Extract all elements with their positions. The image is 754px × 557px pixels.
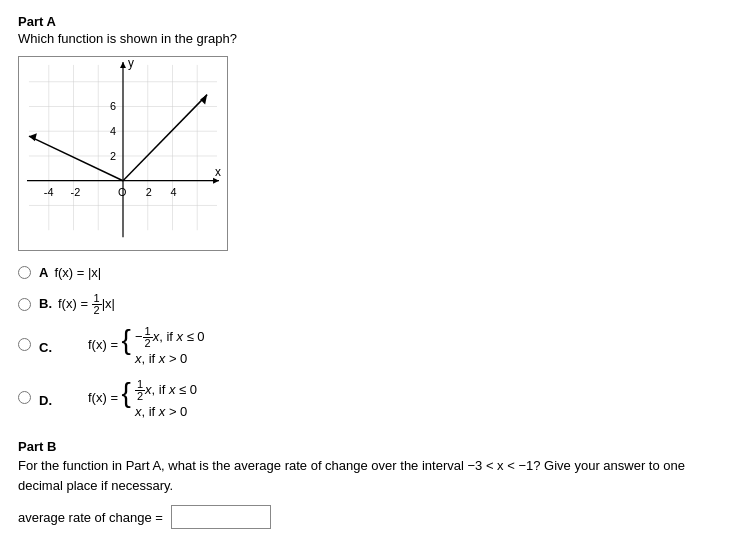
- svg-line-29: [123, 95, 207, 181]
- answer-row: average rate of change =: [18, 505, 736, 529]
- option-a-content: f(x) = |x|: [54, 263, 101, 283]
- option-d-content: f(x) = { 12x, if x ≤ 0 x, if x > 0: [88, 379, 197, 423]
- svg-text:4: 4: [171, 186, 177, 198]
- option-b: B. f(x) = 12|x|: [18, 293, 736, 316]
- options-list: A f(x) = |x| B. f(x) = 12|x| C. f(x) = {…: [18, 263, 736, 423]
- svg-text:6: 6: [110, 100, 116, 112]
- part-b-label: Part B: [18, 439, 736, 454]
- svg-marker-16: [120, 62, 126, 68]
- option-d: D. f(x) = { 12x, if x ≤ 0 x, if x > 0: [18, 379, 736, 423]
- answer-label: average rate of change =: [18, 510, 163, 525]
- option-d-label: D.: [39, 391, 52, 411]
- svg-text:2: 2: [146, 186, 152, 198]
- graph-container: y x O -4 -2 2 4 2 4 6: [18, 56, 228, 251]
- svg-text:y: y: [128, 57, 134, 70]
- option-a-radio[interactable]: [18, 266, 31, 279]
- piecewise-c: { −12x, if x ≤ 0 x, if x > 0: [122, 326, 205, 370]
- option-a-label: A: [39, 263, 48, 283]
- option-c-label: C.: [39, 338, 52, 358]
- svg-text:2: 2: [110, 150, 116, 162]
- svg-text:x: x: [215, 165, 221, 179]
- svg-text:-2: -2: [71, 186, 81, 198]
- option-b-content: f(x) = 12|x|: [58, 293, 115, 316]
- svg-line-27: [29, 136, 123, 181]
- svg-marker-30: [200, 95, 207, 105]
- option-c-content: f(x) = { −12x, if x ≤ 0 x, if x > 0: [88, 326, 205, 370]
- part-a-question: Which function is shown in the graph?: [18, 31, 736, 46]
- part-b-section: Part B For the function in Part A, what …: [18, 439, 736, 529]
- option-d-radio[interactable]: [18, 391, 31, 404]
- option-b-radio[interactable]: [18, 298, 31, 311]
- part-b-question: For the function in Part A, what is the …: [18, 456, 698, 495]
- graph-svg: y x O -4 -2 2 4 2 4 6: [19, 57, 227, 250]
- part-a-label: Part A: [18, 14, 736, 29]
- piecewise-d: { 12x, if x ≤ 0 x, if x > 0: [122, 379, 197, 423]
- option-b-label: B.: [39, 294, 52, 314]
- option-a: A f(x) = |x|: [18, 263, 736, 283]
- svg-text:O: O: [118, 186, 126, 198]
- svg-text:4: 4: [110, 125, 116, 137]
- average-rate-input[interactable]: [171, 505, 271, 529]
- option-c-radio[interactable]: [18, 338, 31, 351]
- svg-text:-4: -4: [44, 186, 54, 198]
- option-c: C. f(x) = { −12x, if x ≤ 0 x, if x > 0: [18, 326, 736, 370]
- frac-b: 12: [92, 293, 102, 316]
